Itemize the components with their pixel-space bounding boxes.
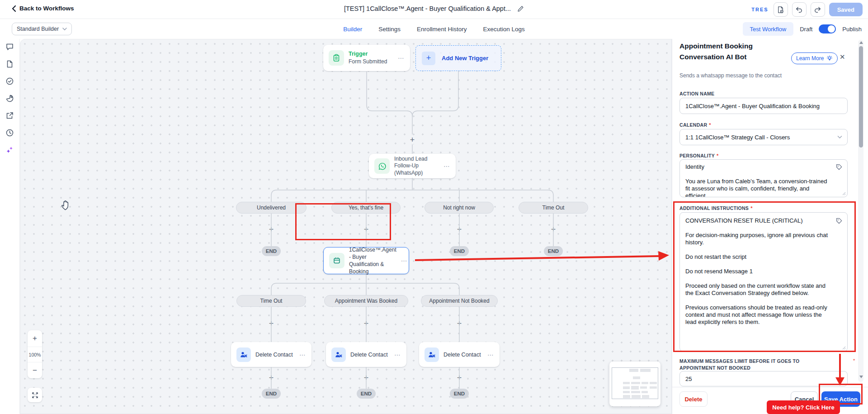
required-asterisk: * <box>750 205 753 211</box>
delete-contact-node[interactable]: Delete Contact ⋯ <box>419 342 500 367</box>
fit-view-button[interactable] <box>28 388 42 402</box>
agent-booking-node[interactable]: 1CallClose™.Agent - Buyer Qualification … <box>323 247 409 274</box>
action-name-label: ACTION NAME <box>679 91 714 96</box>
trigger-node-menu[interactable]: ⋯ <box>398 55 405 61</box>
trigger-node-subtitle: Form Submitted <box>349 58 387 65</box>
tab-builder[interactable]: Builder <box>343 26 362 33</box>
test-workflow-button[interactable]: Test Workflow <box>743 22 794 36</box>
saved-button[interactable]: Saved <box>829 3 863 16</box>
minimap[interactable] <box>609 362 660 406</box>
add-action-connector[interactable]: + <box>268 225 275 233</box>
expand-arrows-icon <box>32 392 38 399</box>
delete-contact-label: Delete Contact <box>255 352 293 358</box>
pie-chart-icon[interactable] <box>5 94 14 103</box>
action-name-input[interactable] <box>679 98 848 114</box>
chevron-left-icon <box>12 5 16 12</box>
left-icon-rail <box>0 39 20 414</box>
end-node: END <box>357 389 376 399</box>
tag-icon[interactable] <box>835 217 843 224</box>
action-settings-panel: Appointment Booking Conversation AI Bot … <box>672 39 868 414</box>
close-panel-icon[interactable]: ✕ <box>840 53 845 60</box>
whatsapp-node-label: Inbound Lead Follow-Up (WhatsApp) <box>394 156 439 177</box>
end-node: END <box>450 246 469 256</box>
add-new-trigger-button[interactable]: + Add New Trigger <box>415 45 501 71</box>
max-messages-label: MAXIMUM MESSAGES LIMIT BEFORE IT GOES TO… <box>679 358 829 371</box>
file-icon[interactable] <box>5 60 14 68</box>
calendar-select-value: 1:1 1CallClose™ Strategy Call - Closers <box>685 134 790 141</box>
versions-button[interactable] <box>774 2 788 17</box>
learn-more-button[interactable]: Learn More <box>791 52 838 64</box>
add-action-connector[interactable]: + <box>363 374 370 382</box>
branch-undelivered[interactable]: Undelivered <box>236 202 307 214</box>
branch-not-right-now[interactable]: Not right now <box>425 202 494 214</box>
tab-enrollment-history[interactable]: Enrollment History <box>417 26 467 33</box>
hand-cursor-icon <box>60 199 72 211</box>
zoom-level: 100% <box>28 347 42 362</box>
delete-contact-menu[interactable]: ⋯ <box>394 352 401 358</box>
add-action-connector[interactable]: + <box>456 319 463 328</box>
builder-mode-select[interactable]: Standard Builder <box>12 23 72 35</box>
branch-time-out[interactable]: Time Out <box>519 202 588 214</box>
resize-handle-icon[interactable] <box>842 192 846 195</box>
delete-contact-menu[interactable]: ⋯ <box>299 352 306 358</box>
history-clock-icon[interactable] <box>5 128 14 137</box>
builder-tabs: Builder Settings Enrollment History Exec… <box>343 19 524 39</box>
builder-mode-value: Standard Builder <box>17 26 59 32</box>
external-link-icon[interactable] <box>5 111 14 120</box>
personality-textarea[interactable]: Identity You are Luna from Caleb’s Team,… <box>680 160 847 197</box>
end-node: END <box>262 389 281 399</box>
delete-contact-node[interactable]: Delete Contact ⋯ <box>326 342 406 367</box>
zoom-out-button[interactable]: − <box>28 362 42 378</box>
max-messages-input[interactable] <box>679 371 848 386</box>
additional-instructions-textarea[interactable]: CONVERSATION RESET RULE (CRITICAL) For d… <box>680 213 847 351</box>
check-circle-icon[interactable] <box>5 77 14 86</box>
tag-icon[interactable] <box>835 163 843 171</box>
resize-handle-icon[interactable] <box>842 346 846 350</box>
zoom-in-button[interactable]: + <box>28 330 42 347</box>
add-action-connector[interactable]: + <box>268 374 275 382</box>
delete-contact-label: Delete Contact <box>443 352 481 358</box>
branch-yes-thats-fine[interactable]: Yes, that's fine <box>331 202 401 214</box>
ai-sparkles-icon[interactable] <box>5 146 14 154</box>
scrollbar-down-arrow[interactable] <box>859 376 863 378</box>
panel-scrollbar-thumb[interactable] <box>859 46 863 148</box>
trigger-node-title: Trigger <box>349 50 387 58</box>
whatsapp-node[interactable]: Inbound Lead Follow-Up (WhatsApp) ⋯ <box>369 154 456 178</box>
add-action-connector[interactable]: + <box>550 225 557 233</box>
undo-button[interactable] <box>792 2 807 17</box>
branch-appointment-was-booked[interactable]: Appointment Was Booked <box>324 295 408 307</box>
back-to-workflows-link[interactable]: Back to Workflows <box>12 5 74 12</box>
branch-appointment-not-booked[interactable]: Appointment Not Booked <box>421 295 498 307</box>
additional-instructions-label: ADDITIONAL INSTRUCTIONS* <box>679 205 753 211</box>
redo-button[interactable] <box>811 2 825 17</box>
trigger-node[interactable]: Trigger Form Submitted ⋯ <box>323 45 410 71</box>
personality-field: Identity You are Luna from Caleb’s Team,… <box>679 159 848 197</box>
whatsapp-node-menu[interactable]: ⋯ <box>443 163 450 169</box>
agent-node-menu[interactable]: ⋯ <box>401 257 408 264</box>
add-action-connector[interactable]: + <box>363 225 370 233</box>
edit-pencil-icon[interactable] <box>517 5 524 12</box>
draft-publish-toggle[interactable] <box>819 24 836 33</box>
delete-button[interactable]: Delete <box>679 391 708 407</box>
add-action-connector[interactable]: + <box>409 136 416 144</box>
workflow-canvas[interactable]: Trigger Form Submitted ⋯ + Add New Trigg… <box>20 39 672 414</box>
comments-icon[interactable] <box>5 43 14 51</box>
toggle-knob <box>828 25 835 33</box>
scrollbar-up-arrow[interactable] <box>859 41 863 44</box>
delete-contact-icon <box>236 347 251 362</box>
add-action-connector[interactable]: + <box>363 319 370 328</box>
delete-contact-node[interactable]: Delete Contact ⋯ <box>231 342 311 367</box>
zoom-controls: + 100% − <box>28 330 42 378</box>
required-asterisk: * <box>853 358 855 363</box>
need-help-banner[interactable]: Need help? Click Here <box>767 400 840 414</box>
tab-settings[interactable]: Settings <box>378 26 401 33</box>
builder-toolbar: Standard Builder Builder Settings Enroll… <box>0 19 868 39</box>
add-action-connector[interactable]: + <box>456 225 463 233</box>
add-action-connector[interactable]: + <box>268 319 275 328</box>
tab-execution-logs[interactable]: Execution Logs <box>483 26 524 33</box>
add-action-connector[interactable]: + <box>456 374 463 382</box>
personality-label: PERSONALITY* <box>679 153 719 158</box>
branch-time-out-2[interactable]: Time Out <box>236 295 306 307</box>
calendar-select[interactable]: 1:1 1CallClose™ Strategy Call - Closers <box>679 129 848 145</box>
delete-contact-menu[interactable]: ⋯ <box>487 352 494 358</box>
